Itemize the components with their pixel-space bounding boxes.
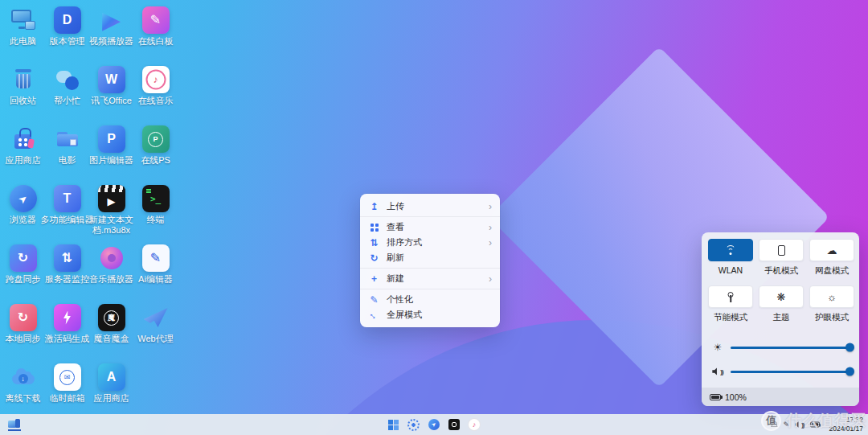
- taskbar-icon-settings[interactable]: [407, 419, 420, 431]
- quick-tile-label: 网盘模式: [815, 265, 849, 277]
- eye-care-mode-button[interactable]: ☼: [809, 285, 854, 308]
- taskbar-clock[interactable]: 17:32 2024/01/17: [829, 416, 863, 433]
- desktop-icon-label: 浏览器: [10, 215, 36, 225]
- desktop-icon-this-pc[interactable]: 此电脑: [1, 6, 45, 66]
- theme-button[interactable]: ❋: [759, 285, 804, 308]
- tray-notifications-icon[interactable]: [771, 421, 778, 429]
- quick-tile-cloud-disk-mode[interactable]: ☁ 网盘模式: [809, 239, 854, 277]
- desktop-icon-local-sync[interactable]: ↻ 本地同步: [1, 304, 45, 363]
- brightness-slider[interactable]: [731, 347, 850, 349]
- taskbar-center-icons: ➤♪: [388, 414, 480, 435]
- desktop-icon-label: 临时邮箱: [50, 393, 85, 404]
- desktop-icon-browser[interactable]: ➤ 浏览器: [1, 185, 45, 244]
- desktop-icon-online-music[interactable]: ♪ 在线音乐: [133, 66, 178, 125]
- quick-tile-power-save-mode[interactable]: 节能模式: [708, 285, 753, 323]
- wifi-icon: [724, 245, 737, 255]
- cloud-icon: ☁: [827, 245, 837, 256]
- iflytek-office-icon: W: [98, 66, 125, 93]
- menu-separator: [360, 289, 500, 289]
- desktop-icon-activation-code-gen[interactable]: 激活码生成: [45, 304, 89, 363]
- app-store-2-icon: A: [98, 363, 125, 391]
- menu-item-upload[interactable]: ↥ 上传 ›: [360, 199, 500, 214]
- desktop-icon-moyin-box[interactable]: 魔 魔音魔盒: [89, 304, 133, 363]
- ai-editor-icon: ✎: [142, 244, 170, 272]
- desktop-icon-online-ps[interactable]: P 在线PS: [133, 125, 178, 185]
- desktop-icon-ai-editor[interactable]: ✎ Ai编辑器: [133, 244, 178, 304]
- taskbar-icon-dark-app[interactable]: [448, 419, 460, 430]
- quick-tile-phone-mode[interactable]: 手机模式: [759, 239, 804, 277]
- quick-tile-wlan[interactable]: WLAN: [708, 239, 753, 277]
- desktop-icon-new-text-doc[interactable]: ▶ 新建文本文档.m3u8x: [89, 185, 133, 244]
- photo-editor-icon: P: [98, 125, 125, 153]
- desktop-icon-version-manager[interactable]: D 版本管理: [45, 6, 89, 66]
- desktop-icon-recycle-bin[interactable]: 回收站: [1, 66, 45, 125]
- cloud-disk-mode-button[interactable]: ☁: [809, 239, 854, 261]
- quick-tile-eye-care-mode[interactable]: ☼ 护眼模式: [809, 285, 854, 323]
- desktop-icon-online-whiteboard[interactable]: ✎ 在线白板: [133, 6, 178, 66]
- taskbar-icon-browser[interactable]: ➤: [428, 419, 440, 430]
- web-proxy-icon: [142, 304, 170, 331]
- desktop-icon-app-store[interactable]: 应用商店: [1, 125, 45, 185]
- menu-item-label: 排序方式: [387, 236, 489, 248]
- desktop-icon-helper[interactable]: 帮小忙: [45, 66, 89, 125]
- menu-item-label: 新建: [387, 273, 489, 285]
- slider-thumb[interactable]: [845, 367, 854, 376]
- menu-item-new[interactable]: + 新建 ›: [360, 271, 500, 286]
- refresh-icon: ↻: [368, 252, 380, 264]
- desktop-icon-label: 激活码生成: [45, 334, 89, 344]
- tray-pen-input-icon[interactable]: ✎: [784, 421, 790, 429]
- menu-item-refresh[interactable]: ↻ 刷新 ›: [360, 250, 500, 265]
- desktop-icon-music-player[interactable]: 音乐播放器: [89, 244, 133, 304]
- menu-item-personalize[interactable]: ✎ 个性化 ›: [360, 292, 500, 307]
- taskbar-icon-launcher[interactable]: [388, 420, 399, 430]
- online-whiteboard-icon: ✎: [142, 6, 170, 34]
- volume-slider[interactable]: [731, 371, 850, 373]
- desktop-icon-grid: 此电脑 D 版本管理 ▶ 视频播放器 ✎ 在线白板 回收站 帮小忙 W 讯飞Of…: [1, 6, 178, 423]
- show-desktop-icon[interactable]: [8, 419, 21, 431]
- desktop-icon-label: 音乐播放器: [89, 274, 133, 285]
- menu-item-sort-by[interactable]: ⇅ 排序方式 ›: [360, 235, 500, 250]
- new-icon: +: [368, 273, 380, 285]
- menu-item-view[interactable]: 查看 ›: [360, 220, 500, 235]
- activation-code-gen-icon: [54, 304, 81, 331]
- quick-settings-tiles: WLAN 手机模式 ☁ 网盘模式 节能模式 ❋ 主题 ☼ 护眼模式: [702, 232, 859, 323]
- desktop-icon-multi-editor[interactable]: T 多功能编辑器: [45, 185, 89, 244]
- desktop-icon-movies[interactable]: 电影: [45, 125, 89, 185]
- menu-item-label: 上传: [387, 200, 489, 212]
- desktop-icon-web-proxy[interactable]: Web代理: [133, 304, 178, 363]
- menu-item-fullscreen-mode[interactable]: ↔ 全屏模式 ›: [360, 307, 500, 322]
- phone-mode-button[interactable]: [759, 239, 804, 261]
- moyin-box-icon: 魔: [98, 304, 125, 331]
- battery-percent: 100%: [725, 392, 747, 402]
- new-text-doc-icon: ▶: [98, 185, 125, 212]
- submenu-arrow-icon: ›: [489, 222, 492, 233]
- taskbar: ➤♪ ✎ 17:32 2024/01/17: [0, 414, 868, 435]
- desktop-icon-video-player[interactable]: ▶ 视频播放器: [89, 6, 133, 66]
- desktop-icon-iflytek-office[interactable]: W 讯飞Office: [89, 66, 133, 125]
- system-tray: ✎ 17:32 2024/01/17: [771, 414, 863, 435]
- wlan-button[interactable]: [708, 239, 753, 261]
- terminal-icon: >_: [142, 185, 170, 212]
- tray-battery-icon[interactable]: [811, 422, 821, 428]
- desktop-icon-label: 多功能编辑器: [41, 215, 94, 225]
- tray-volume-icon[interactable]: [795, 421, 804, 429]
- helper-icon: [54, 66, 81, 93]
- browser-icon: ➤: [10, 185, 37, 212]
- power-save-mode-button[interactable]: [708, 285, 753, 308]
- desktop-icon-terminal[interactable]: >_ 终端: [133, 185, 178, 244]
- desktop-icon-label: 跨盘同步: [6, 274, 41, 285]
- taskbar-icon-music-player[interactable]: ♪: [469, 419, 480, 430]
- music-player-icon: [98, 244, 125, 272]
- desktop-icon-label: 电影: [59, 155, 76, 166]
- desktop-icon-cross-disk-sync[interactable]: ↻ 跨盘同步: [1, 244, 45, 304]
- desktop-icon-server-monitor[interactable]: ⇅ 服务器监控: [45, 244, 89, 304]
- desktop-icon-label: 版本管理: [50, 36, 85, 47]
- quick-tile-theme[interactable]: ❋ 主题: [759, 285, 804, 323]
- clock-time: 17:32: [846, 416, 863, 425]
- desktop-icon-photo-editor[interactable]: P 图片编辑器: [89, 125, 133, 185]
- online-music-icon: ♪: [142, 66, 170, 93]
- slider-thumb[interactable]: [845, 343, 854, 352]
- menu-separator: [360, 268, 500, 269]
- desktop-icon-label: 本地同步: [6, 334, 41, 344]
- menu-item-label: 全屏模式: [387, 309, 489, 321]
